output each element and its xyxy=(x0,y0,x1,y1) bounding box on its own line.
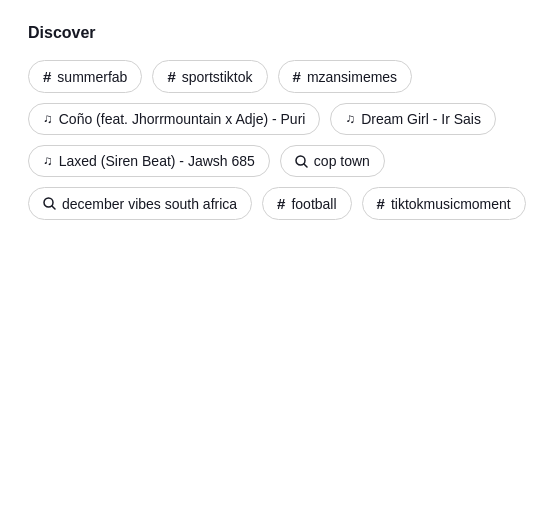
tag-pill-mzansimemes[interactable]: #mzansimemes xyxy=(278,60,413,93)
tag-label: mzansimemes xyxy=(307,69,397,85)
music-note-icon: ♫ xyxy=(43,111,53,127)
hashtag-icon: # xyxy=(43,68,51,85)
tag-label: Laxed (Siren Beat) - Jawsh 685 xyxy=(59,153,255,169)
tag-label: tiktokmusicmoment xyxy=(391,196,511,212)
tag-label: Dream Girl - Ir Sais xyxy=(361,111,481,127)
music-note-icon: ♫ xyxy=(43,153,53,169)
search-icon xyxy=(295,155,308,168)
tag-label: december vibes south africa xyxy=(62,196,237,212)
svg-line-3 xyxy=(52,206,55,209)
tag-pill-dream-girl[interactable]: ♫Dream Girl - Ir Sais xyxy=(330,103,496,135)
tag-label: football xyxy=(291,196,336,212)
hashtag-icon: # xyxy=(377,195,385,212)
tag-label: summerfab xyxy=(57,69,127,85)
tag-label: Coño (feat. Jhorrmountain x Adje) - Puri xyxy=(59,111,306,127)
hashtag-icon: # xyxy=(293,68,301,85)
tag-label: sportstiktok xyxy=(182,69,253,85)
hashtag-icon: # xyxy=(167,68,175,85)
discover-title: Discover xyxy=(28,24,527,42)
tag-pill-laxed[interactable]: ♫Laxed (Siren Beat) - Jawsh 685 xyxy=(28,145,270,177)
discover-section: Discover #summerfab#sportstiktok#mzansim… xyxy=(28,24,527,220)
tag-pill-sportstiktok[interactable]: #sportstiktok xyxy=(152,60,267,93)
tag-label: cop town xyxy=(314,153,370,169)
tag-pill-football[interactable]: #football xyxy=(262,187,352,220)
tag-pill-cop-town[interactable]: cop town xyxy=(280,145,385,177)
tags-container: #summerfab#sportstiktok#mzansimemes♫Coño… xyxy=(28,60,527,220)
tag-pill-cono[interactable]: ♫Coño (feat. Jhorrmountain x Adje) - Pur… xyxy=(28,103,320,135)
hashtag-icon: # xyxy=(277,195,285,212)
tag-pill-tiktokmusicmoment[interactable]: #tiktokmusicmoment xyxy=(362,187,526,220)
search-icon xyxy=(43,197,56,210)
tag-pill-december-vibes[interactable]: december vibes south africa xyxy=(28,187,252,220)
tag-pill-summerfab[interactable]: #summerfab xyxy=(28,60,142,93)
svg-line-1 xyxy=(304,164,307,167)
music-note-icon: ♫ xyxy=(345,111,355,127)
